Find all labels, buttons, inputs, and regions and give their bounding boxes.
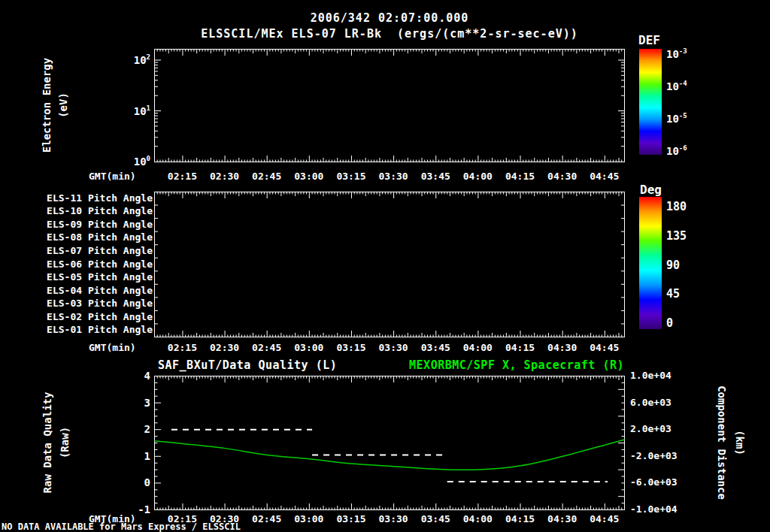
distance-tick-label: 6.0e+03 xyxy=(630,397,671,408)
deg-tick-label: 180 xyxy=(666,200,687,213)
timestamp: 2006/342 02:07:00.000 xyxy=(154,11,625,25)
quality-tick-label: 0 xyxy=(144,476,150,488)
def-tick-label: 10-6 xyxy=(666,144,687,157)
plot-title: ELSSCIL/MEx ELS-07 LR-Bk (ergs/(cm**2-sr… xyxy=(154,27,625,41)
distance-axis-label: Component Distance xyxy=(716,385,728,500)
def-tick-label: 10-4 xyxy=(666,80,687,92)
deg-tick-label: 45 xyxy=(666,287,680,301)
pitch-row-label: ELS-08 Pitch Angle xyxy=(47,231,153,243)
energy-axis-units: (eV) xyxy=(57,92,69,118)
quality-series-title: SAF_BXuT/Data Quality (L) xyxy=(158,358,337,372)
quality-distance-panel xyxy=(154,376,625,510)
pitch-row-label: ELS-04 Pitch Angle xyxy=(47,285,153,296)
time-tick-label: 02:30 xyxy=(202,513,247,524)
quality-tick-label: 1 xyxy=(144,450,150,462)
time-tick-label: 02:15 xyxy=(159,171,205,182)
time-tick-label: 04:30 xyxy=(540,513,585,524)
pitch-row-label: ELS-06 Pitch Angle xyxy=(47,258,153,270)
time-tick-label: 04:45 xyxy=(582,342,627,353)
time-tick-label: 03:15 xyxy=(329,342,374,353)
time-tick-label: 03:45 xyxy=(413,342,458,353)
def-colorbar xyxy=(639,49,662,155)
spacecraft-series-title: MEXORBMC/SPF X, Spacecraft (R) xyxy=(409,358,624,372)
time-tick-label: 02:45 xyxy=(244,513,290,524)
time-tick-label: 04:15 xyxy=(498,513,543,524)
time-tick-label: 04:15 xyxy=(498,171,543,182)
pitch-row-label: ELS-05 Pitch Angle xyxy=(47,271,153,283)
deg-colorbar xyxy=(639,197,662,329)
def-tick-label: 10-3 xyxy=(666,47,687,60)
pitch-row-label: ELS-02 Pitch Angle xyxy=(47,311,153,322)
distance-tick-label: 1.0e+04 xyxy=(630,370,671,381)
quality-axis-label: Raw Data Quality xyxy=(41,392,53,494)
distance-tick-label: -2.0e+03 xyxy=(630,450,678,461)
time-tick-label: 04:30 xyxy=(540,171,585,182)
distance-tick-label: -1.0e+04 xyxy=(630,503,678,515)
time-tick-label: 03:30 xyxy=(371,171,416,182)
time-tick-label: 02:15 xyxy=(159,513,205,524)
deg-tick-label: 0 xyxy=(666,316,673,330)
time-tick-label: 03:00 xyxy=(286,342,332,353)
time-tick-label: 04:45 xyxy=(582,513,627,524)
quality-tick-label: 2 xyxy=(144,423,150,435)
time-tick-label: 04:30 xyxy=(540,342,585,353)
def-colorbar-title: DEF xyxy=(638,33,660,47)
time-tick-label: 04:00 xyxy=(455,171,500,182)
energy-spectrogram-panel xyxy=(154,49,625,162)
quality-axis-units: (Raw) xyxy=(59,427,71,458)
time-tick-label: 03:15 xyxy=(329,171,374,182)
pitch-row-label: ELS-11 Pitch Angle xyxy=(47,192,153,204)
gmt-label-energy: GMT(min) xyxy=(89,171,136,182)
time-tick-label: 04:15 xyxy=(498,342,543,353)
time-tick-label: 03:30 xyxy=(371,513,416,524)
gmt-label-pitch: GMT(min) xyxy=(89,342,136,353)
deg-colorbar-title: Deg xyxy=(640,183,662,197)
energy-tick-label: 102 xyxy=(134,53,150,66)
distance-tick-label: 2.0e+03 xyxy=(630,423,671,434)
spacecraft-distance-curve xyxy=(155,440,625,470)
energy-axis-label: Electron Energy xyxy=(41,58,53,153)
quality-tick-label: 3 xyxy=(144,397,150,409)
pitch-angle-panel xyxy=(154,192,625,337)
time-tick-label: 02:30 xyxy=(202,342,247,353)
time-tick-label: 03:00 xyxy=(286,171,332,182)
time-tick-label: 02:15 xyxy=(159,342,205,353)
distance-axis-units: (km) xyxy=(734,430,746,455)
pitch-row-label: ELS-09 Pitch Angle xyxy=(47,219,153,230)
time-tick-label: 03:45 xyxy=(413,171,458,182)
energy-tick-label: 101 xyxy=(134,104,150,117)
time-tick-label: 03:00 xyxy=(286,513,332,524)
els-data-display: 2006/342 02:07:00.000 ELSSCIL/MEx ELS-07… xyxy=(0,0,770,532)
quality-tick-label: -1 xyxy=(138,503,150,515)
time-tick-label: 03:30 xyxy=(371,342,416,353)
time-tick-label: 02:45 xyxy=(244,171,290,182)
time-tick-label: 03:45 xyxy=(413,513,458,524)
time-tick-label: 02:30 xyxy=(202,171,247,182)
deg-tick-label: 90 xyxy=(666,258,680,272)
time-tick-label: 04:00 xyxy=(455,513,500,524)
distance-tick-label: -6.0e+03 xyxy=(630,476,678,488)
time-tick-label: 04:45 xyxy=(582,171,627,182)
deg-tick-label: 135 xyxy=(666,229,687,243)
time-tick-label: 02:45 xyxy=(244,342,290,353)
pitch-row-label: ELS-07 Pitch Angle xyxy=(47,245,153,256)
pitch-row-label: ELS-10 Pitch Angle xyxy=(47,205,153,216)
pitch-row-label: ELS-01 Pitch Angle xyxy=(47,324,153,335)
quality-tick-label: 4 xyxy=(144,370,150,382)
pitch-row-label: ELS-03 Pitch Angle xyxy=(47,298,153,309)
def-tick-label: 10-5 xyxy=(666,112,687,125)
time-tick-label: 03:15 xyxy=(329,513,374,524)
time-tick-label: 04:00 xyxy=(455,342,500,353)
energy-tick-label: 100 xyxy=(134,155,150,168)
